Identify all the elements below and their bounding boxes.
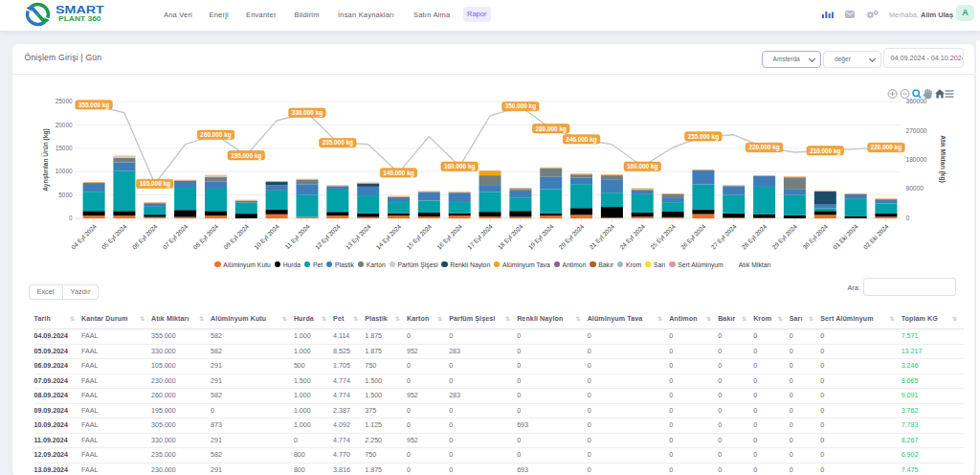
svg-text:25000: 25000 (55, 98, 72, 104)
svg-text:14 Eyl 2024: 14 Eyl 2024 (374, 222, 403, 251)
svg-text:Atık Miktarı (kg): Atık Miktarı (kg) (938, 135, 946, 182)
svg-text:260.000 kg: 260.000 kg (200, 131, 231, 139)
svg-text:21 Eyl 2024: 21 Eyl 2024 (588, 222, 616, 251)
svg-text:105.000 kg: 105.000 kg (139, 180, 169, 188)
svg-text:04 Eyl 2024: 04 Eyl 2024 (69, 222, 98, 251)
svg-text:255.000 kg: 255.000 kg (687, 133, 718, 141)
svg-text:280.000 kg: 280.000 kg (535, 125, 566, 133)
svg-text:27 Eyl 2024: 27 Eyl 2024 (709, 222, 738, 251)
svg-text:08 Eyl 2024: 08 Eyl 2024 (191, 222, 220, 251)
svg-text:246.000 kg: 246.000 kg (566, 136, 596, 144)
svg-text:26 Eyl 2024: 26 Eyl 2024 (679, 222, 707, 251)
svg-text:09 Eyl 2024: 09 Eyl 2024 (222, 222, 251, 251)
svg-text:29 Eyl 2024: 29 Eyl 2024 (770, 222, 799, 251)
svg-text:330.000 kg: 330.000 kg (291, 109, 322, 117)
svg-text:25 Eyl 2024: 25 Eyl 2024 (648, 222, 677, 251)
svg-text:15000: 15000 (55, 145, 72, 151)
svg-text:160.000 kg: 160.000 kg (444, 163, 475, 170)
svg-text:12 Eyl 2024: 12 Eyl 2024 (313, 222, 342, 251)
svg-text:20 Eyl 2024: 20 Eyl 2024 (557, 222, 586, 251)
svg-text:20000: 20000 (55, 122, 72, 128)
svg-text:19 Eyl 2024: 19 Eyl 2024 (526, 222, 555, 251)
svg-text:17 Eyl 2024: 17 Eyl 2024 (465, 222, 494, 251)
svg-text:11 Eyl 2024: 11 Eyl 2024 (283, 222, 312, 251)
svg-text:01 Eki 2024: 01 Eki 2024 (831, 222, 858, 250)
svg-text:28 Eyl 2024: 28 Eyl 2024 (740, 222, 768, 251)
svg-text:195.000 kg: 195.000 kg (231, 152, 261, 160)
svg-text:270000: 270000 (905, 127, 926, 134)
svg-text:350.000 kg: 350.000 kg (504, 102, 535, 110)
svg-text:06 Eyl 2024: 06 Eyl 2024 (130, 222, 159, 251)
svg-text:10 Eyl 2024: 10 Eyl 2024 (252, 222, 280, 251)
svg-text:220.000 kg: 220.000 kg (870, 144, 901, 151)
svg-text:0: 0 (68, 215, 72, 221)
svg-text:15 Eyl 2024: 15 Eyl 2024 (405, 222, 434, 251)
svg-text:Ayrıştırılan Ürün (kg): Ayrıştırılan Ürün (kg) (40, 128, 49, 191)
svg-text:160.000 kg: 160.000 kg (627, 163, 657, 170)
svg-text:16 Eyl 2024: 16 Eyl 2024 (435, 222, 464, 251)
svg-text:140.000 kg: 140.000 kg (383, 170, 413, 177)
svg-text:360000: 360000 (905, 98, 926, 104)
svg-text:235.000 kg: 235.000 kg (322, 139, 352, 147)
svg-text:220.000 kg: 220.000 kg (748, 144, 779, 151)
svg-text:0: 0 (905, 215, 909, 221)
svg-text:24 Eyl 2024: 24 Eyl 2024 (618, 222, 647, 251)
svg-text:18 Eyl 2024: 18 Eyl 2024 (496, 222, 524, 251)
svg-text:5000: 5000 (58, 192, 73, 198)
svg-text:13 Eyl 2024: 13 Eyl 2024 (344, 222, 372, 251)
svg-text:07 Eyl 2024: 07 Eyl 2024 (161, 222, 189, 251)
svg-text:30 Eyl 2024: 30 Eyl 2024 (801, 222, 830, 251)
svg-text:10000: 10000 (55, 168, 72, 174)
svg-text:180000: 180000 (905, 156, 926, 163)
svg-text:210.000 kg: 210.000 kg (810, 147, 840, 155)
svg-text:355.000 kg: 355.000 kg (78, 102, 108, 109)
svg-text:02 Eki 2024: 02 Eki 2024 (861, 222, 889, 250)
svg-text:05 Eyl 2024: 05 Eyl 2024 (100, 222, 128, 251)
svg-text:90000: 90000 (905, 185, 924, 192)
